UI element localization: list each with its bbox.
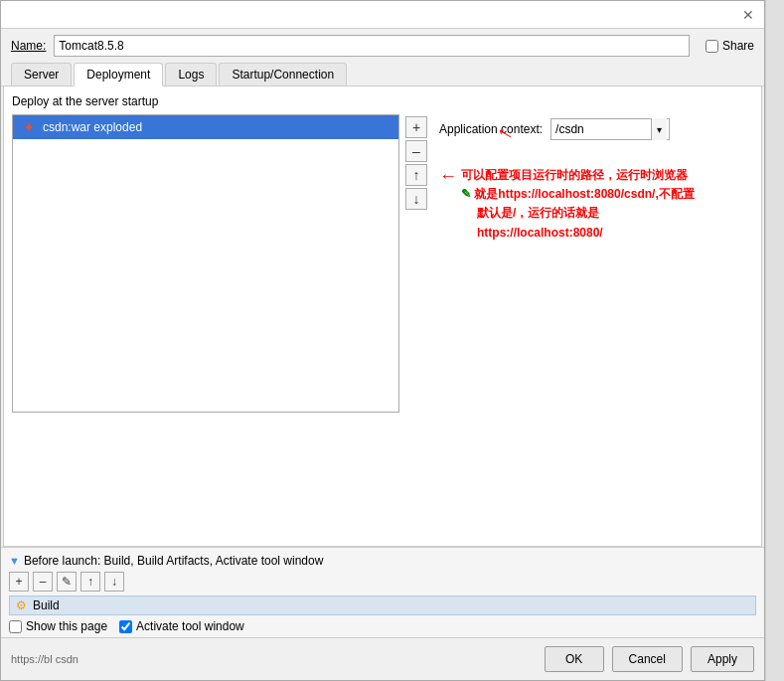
bl-up-button[interactable]: ↑ [80,572,100,592]
tab-server[interactable]: Server [11,63,72,85]
sidebar-strip [765,0,784,681]
name-row: Name: Share [1,29,764,63]
tab-logs[interactable]: Logs [165,63,217,85]
options-row: Show this page Activate tool window [9,619,756,633]
activate-tool-label: Activate tool window [136,619,244,633]
move-down-artifact-button[interactable]: ↓ [405,188,427,210]
move-up-artifact-button[interactable]: ↑ [405,164,427,186]
main-dialog: ✕ Name: Share Server Deployment Logs Sta… [0,0,765,681]
footer-url: https://bl csdn [11,653,537,665]
side-buttons: + – ↑ ↓ [401,114,431,413]
arrow-to-context: ↑ [499,120,753,146]
artifact-item[interactable]: ✦ csdn:war exploded [13,115,398,139]
build-icon: ⚙ [16,598,27,612]
ok-button[interactable]: OK [545,646,604,672]
tabs-bar: Server Deployment Logs Startup/Connectio… [1,63,764,86]
before-launch-section: ▼ Before launch: Build, Build Artifacts,… [1,547,764,637]
activate-tool-checkbox[interactable] [119,620,132,633]
tab-deployment[interactable]: Deployment [74,63,163,86]
bl-add-button[interactable]: + [9,572,29,592]
show-page-label: Show this page [26,619,107,633]
artifacts-panel: ✦ csdn:war exploded [12,114,399,413]
build-item: ⚙ Build [9,596,756,615]
deploy-area: ✦ csdn:war exploded + – ↑ ↓ [12,114,753,538]
tab-startup[interactable]: Startup/Connection [219,63,347,85]
artifact-name: csdn:war exploded [43,120,142,134]
main-content: Deploy at the server startup ✦ csdn:war … [3,86,762,547]
before-launch-header: ▼ Before launch: Build, Build Artifacts,… [9,554,756,568]
show-page-checkbox[interactable] [9,620,22,633]
title-bar: ✕ [1,1,764,29]
close-button[interactable]: ✕ [740,7,756,23]
remove-artifact-button[interactable]: – [405,140,427,162]
annotation-line2-prefix: ✎ [461,187,471,201]
expand-icon[interactable]: ▼ [9,555,20,567]
artifacts-panel-row: ✦ csdn:war exploded + – ↑ ↓ [12,114,431,413]
apply-button[interactable]: Apply [691,646,754,672]
activate-tool-checkbox-label: Activate tool window [119,619,244,633]
annotation-text: 可以配置项目运行时的路径，运行时浏览器 ✎ 就是https://localhos… [461,166,695,243]
bl-buttons: + – ✎ ↑ ↓ [9,572,756,592]
annotation-arrow-row: ← 可以配置项目运行时的路径，运行时浏览器 ✎ 就是https://localh… [439,166,753,243]
annotation-block: ← 可以配置项目运行时的路径，运行时浏览器 ✎ 就是https://localh… [439,166,753,245]
right-panel: Application context: ▾ ↑ ← [439,114,753,538]
share-checkbox[interactable] [706,40,718,53]
share-label: Share [722,39,754,53]
deploy-label: Deploy at the server startup [12,94,753,108]
name-label: Name: [11,39,46,53]
before-launch-label: Before launch: Build, Build Artifacts, A… [24,554,324,568]
bl-edit-button[interactable]: ✎ [57,572,77,592]
artifact-icon: ✦ [21,119,37,135]
footer-buttons: https://bl csdn OK Cancel Apply [1,637,764,680]
share-row: Share [706,39,754,53]
cancel-button[interactable]: Cancel [612,646,683,672]
name-input[interactable] [54,35,690,57]
show-page-checkbox-label: Show this page [9,619,107,633]
bl-remove-button[interactable]: – [33,572,53,592]
bl-down-button[interactable]: ↓ [104,572,124,592]
build-label: Build [33,598,60,612]
add-artifact-button[interactable]: + [405,116,427,138]
